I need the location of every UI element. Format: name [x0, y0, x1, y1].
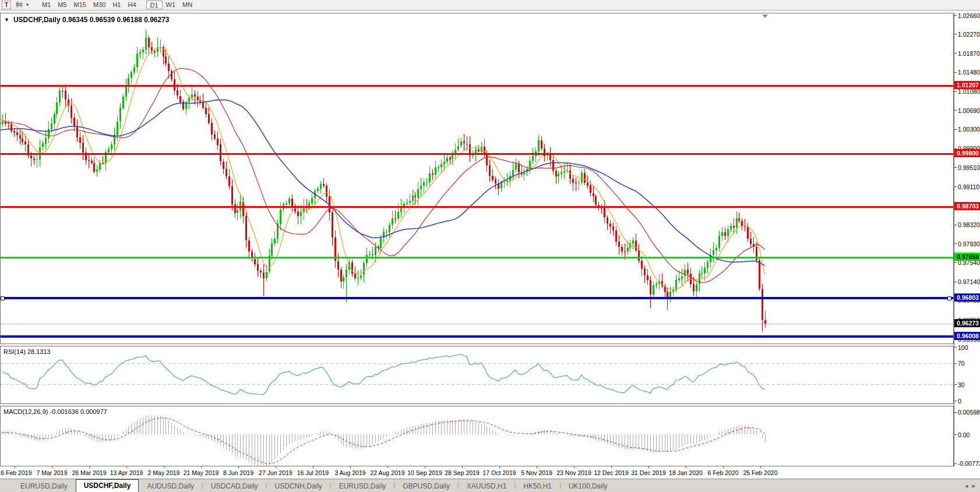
rsi-canvas[interactable] — [1, 346, 953, 403]
macd-canvas[interactable] — [1, 406, 953, 466]
date-tick — [686, 466, 686, 468]
date-label: 17 Oct 2019 — [482, 469, 516, 476]
date-tick — [15, 466, 15, 468]
tab-strip: EURUSD,DailyUSDCHF,DailyAUDUSD,Daily|USD… — [13, 479, 615, 492]
chart-tab-xauusd-7[interactable]: XAUUSD,H1 — [459, 480, 514, 492]
chart-menu-icon[interactable]: ▼ — [4, 17, 9, 23]
date-tick — [387, 466, 388, 468]
timeframe-button-w1[interactable]: W1 — [163, 1, 179, 9]
chart-tab-audusd-2[interactable]: AUDUSD,Daily — [139, 480, 202, 492]
rsi-indicator-pane: RSI(14) 28.1313 — [0, 346, 954, 404]
price-tick-label: 1.02270 — [954, 30, 980, 38]
price-tick-label: 1.00300 — [954, 126, 980, 133]
date-tick — [648, 466, 649, 468]
price-tick-label: 0.97930 — [954, 240, 980, 247]
price-axis[interactable]: 1.026601.022701.018701.014801.010801.006… — [954, 13, 980, 466]
date-label: 26 Mar 2019 — [72, 469, 107, 476]
date-label: 6 Feb 2020 — [707, 469, 738, 476]
date-label: 8 Jun 2019 — [223, 469, 253, 476]
timeframe-button-group: M1M5M15M30H1H4D1W1MN — [38, 1, 196, 9]
date-label: 31 Dec 2019 — [631, 469, 666, 476]
price-tick-label: 1.01480 — [954, 69, 980, 76]
ohlc-close: 0.96273 — [144, 16, 169, 24]
macd-indicator-pane: MACD(12,26,9) -0.001636 0.000977 — [0, 406, 954, 466]
chart-type-button[interactable]: ▼ — [13, 1, 32, 9]
date-tick — [350, 466, 351, 468]
timeframe-button-mn[interactable]: MN — [179, 1, 196, 9]
ohlc-high: 0.96539 — [90, 16, 115, 24]
date-label: 7 Mar 2019 — [36, 469, 67, 476]
timeframe-button-m5[interactable]: M5 — [54, 1, 70, 9]
tab-scroll-left-icon[interactable]: ◂ — [965, 482, 968, 490]
level-price-badge: 0.99800 — [954, 149, 980, 157]
timeframe-button-m30[interactable]: M30 — [90, 1, 109, 9]
date-tick — [574, 466, 574, 468]
timeframe-button-m15[interactable]: M15 — [70, 1, 90, 9]
rsi-scale-label: 100 — [954, 344, 968, 351]
toolbar-separator — [35, 1, 36, 9]
price-tick-label: 0.97140 — [954, 278, 980, 286]
date-label: 12 Dec 2019 — [594, 469, 629, 476]
level-price-badge: 0.96803 — [954, 293, 980, 302]
chart-shift-marker[interactable] — [762, 15, 768, 18]
chart-tab-gbpusd-6[interactable]: GBPUSD,Daily — [395, 480, 457, 492]
date-label: 16 Jul 2019 — [297, 469, 329, 476]
timeframe-button-h1[interactable]: H1 — [109, 1, 124, 9]
date-tick — [276, 466, 276, 468]
price-chart-canvas[interactable] — [1, 13, 953, 344]
macd-scale-label: 0.00 — [954, 431, 970, 438]
toolbar-separator — [199, 1, 199, 9]
chart-tab-usdcnh-4[interactable]: USDCNH,Daily — [267, 480, 329, 492]
chart-tab-usdcad-3[interactable]: USDCAD,Daily — [203, 480, 266, 492]
chart-window: ▼USDCHF,Daily 0.96345 0.96539 0.96188 0.… — [0, 11, 980, 479]
tab-scroll-right-icon[interactable]: ▸ — [972, 482, 975, 490]
chevron-down-icon: ▼ — [25, 2, 30, 8]
macd-label: MACD(12,26,9) -0.001636 0.000977 — [3, 408, 107, 415]
price-tick-label: 0.98320 — [954, 221, 980, 229]
date-label: 2 May 2019 — [148, 469, 180, 476]
date-tick — [760, 466, 761, 468]
rsi-scale-label: 0 — [954, 397, 961, 405]
ohlc-open: 0.96345 — [62, 16, 87, 24]
date-tick — [462, 466, 463, 468]
macd-scale-label: -0.007737 — [954, 460, 980, 468]
price-tick-label: 0.99110 — [954, 183, 979, 190]
date-tick — [723, 466, 724, 468]
date-tick — [52, 466, 52, 468]
date-tick — [425, 466, 425, 468]
date-axis[interactable]: 16 Feb 20197 Mar 201926 Mar 201913 Apr 2… — [0, 466, 954, 479]
chart-tab-uk100-9[interactable]: UK100,Daily — [561, 480, 615, 492]
rsi-label: RSI(14) 28.1313 — [3, 348, 51, 355]
macd-scale-label: 0.005986 — [954, 409, 980, 416]
timeframe-button-m1[interactable]: M1 — [38, 1, 54, 9]
timeframe-button-d1[interactable]: D1 — [146, 1, 163, 9]
toolbar-separator — [143, 1, 143, 9]
chart-tab-eurusd-5[interactable]: EURUSD,Daily — [332, 480, 394, 492]
date-label: 10 Sep 2019 — [407, 469, 442, 476]
price-tick-label: 1.00690 — [954, 107, 980, 114]
level-price-badge: 1.01207 — [954, 81, 980, 89]
date-label: 28 Sep 2019 — [445, 469, 480, 476]
text-tool-button[interactable]: T — [2, 1, 11, 9]
chart-symbol-period: USDCHF,Daily — [13, 16, 61, 24]
chart-tab-bar: EURUSD,DailyUSDCHF,DailyAUDUSD,Daily|USD… — [0, 479, 980, 492]
top-toolbar: T ▼ M1M5M15M30H1H4D1W1MN — [0, 0, 980, 10]
date-label: 22 Aug 2019 — [371, 469, 405, 476]
candlestick-icon — [15, 1, 24, 9]
date-label: 3 Aug 2019 — [334, 469, 365, 476]
date-tick — [126, 466, 127, 468]
price-tick-label: 0.99510 — [954, 164, 980, 171]
level-price-badge: 0.96008 — [954, 332, 980, 340]
date-label: 5 Nov 2019 — [521, 469, 552, 476]
level-price-badge: 0.98703 — [954, 202, 980, 210]
main-chart-pane: ▼USDCHF,Daily 0.96345 0.96539 0.96188 0.… — [0, 13, 954, 344]
timeframe-button-h4[interactable]: H4 — [124, 1, 139, 9]
ohlc-low: 0.96188 — [117, 16, 142, 24]
chart-tab-hk50-8[interactable]: HK50,H1 — [516, 480, 559, 492]
chart-tab-usdchf-1[interactable]: USDCHF,Daily — [76, 479, 139, 492]
chart-tab-eurusd-0[interactable]: EURUSD,Daily — [13, 480, 75, 492]
date-tick — [201, 466, 202, 468]
date-tick — [499, 466, 500, 468]
date-label: 13 Apr 2019 — [110, 469, 143, 476]
date-tick — [537, 466, 537, 468]
